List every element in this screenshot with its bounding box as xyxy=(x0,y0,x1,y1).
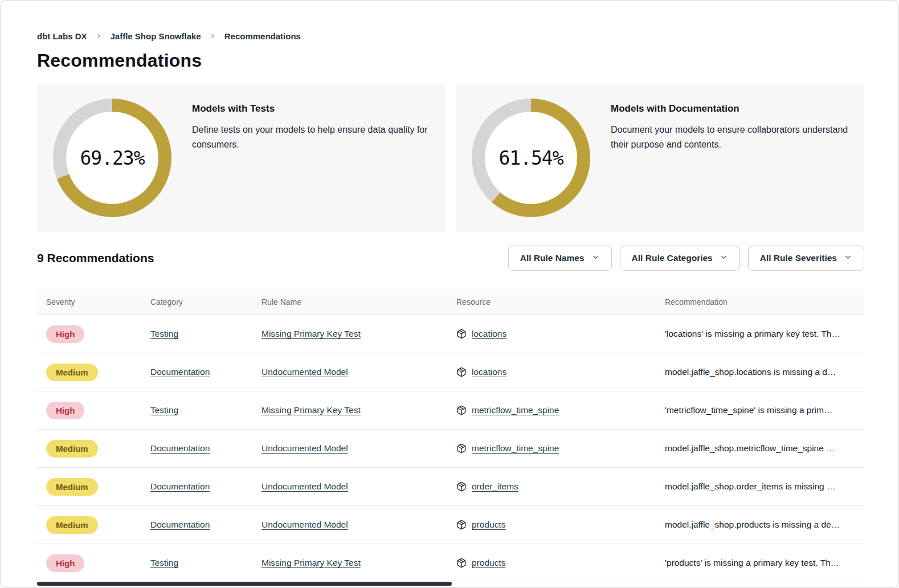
rule-names-filter-dropdown[interactable]: All Rule Names xyxy=(508,246,612,271)
category-link[interactable]: Testing xyxy=(150,329,178,338)
severity-badge: Medium xyxy=(46,516,98,534)
page-title: Recommendations xyxy=(37,50,864,71)
category-link[interactable]: Documentation xyxy=(150,481,210,491)
rule-name-link[interactable]: Missing Primary Key Test xyxy=(261,558,361,567)
card-description: Document your models to ensure collabora… xyxy=(611,122,848,152)
resource-link[interactable]: locations xyxy=(472,367,506,377)
recommendations-page: dbt Labs DX Jaffle Shop Snowflake Recomm… xyxy=(0,0,899,588)
tests-percent-value: 69.23% xyxy=(80,147,144,169)
documentation-percent-value: 61.54% xyxy=(498,147,563,169)
recommendation-text: model.jaffle_shop.products is missing a … xyxy=(656,520,864,530)
table-row: Medium Documentation Undocumented Model … xyxy=(37,430,864,468)
chevron-right-icon xyxy=(95,32,103,40)
rule-name-link[interactable]: Undocumented Model xyxy=(261,367,348,377)
card-title: Models with Documentation xyxy=(611,103,848,115)
recommendation-text: 'products' is missing a primary key test… xyxy=(656,558,864,568)
table-row: High Testing Missing Primary Key Test me… xyxy=(37,391,864,430)
rule-name-link[interactable]: Undocumented Model xyxy=(261,481,348,491)
filter-label: All Rule Names xyxy=(520,253,585,263)
breadcrumb: dbt Labs DX Jaffle Shop Snowflake Recomm… xyxy=(37,31,864,41)
package-icon xyxy=(456,367,467,377)
filter-label: All Rule Categories xyxy=(632,253,713,263)
severity-badge: High xyxy=(46,402,84,419)
resource-link[interactable]: products xyxy=(472,520,505,530)
filter-label: All Rule Severities xyxy=(760,253,837,263)
filter-bar: All Rule Names All Rule Categories All R… xyxy=(508,246,864,271)
package-icon xyxy=(456,405,467,415)
package-icon xyxy=(456,329,467,339)
list-header: 9 Recommendations All Rule Names All Rul… xyxy=(37,246,864,271)
resource-link[interactable]: locations xyxy=(472,329,506,339)
chevron-down-icon xyxy=(591,253,600,264)
category-link[interactable]: Documentation xyxy=(150,367,210,377)
card-title: Models with Tests xyxy=(192,103,430,115)
rule-name-link[interactable]: Undocumented Model xyxy=(261,443,348,453)
category-link[interactable]: Documentation xyxy=(150,443,210,453)
donut-hole: 61.54% xyxy=(485,112,577,204)
column-header-recommendation: Recommendation xyxy=(656,297,864,307)
severity-badge: Medium xyxy=(46,478,98,496)
table-row: Medium Documentation Undocumented Model … xyxy=(37,353,864,391)
table-row: Medium Documentation Undocumented Model … xyxy=(37,468,864,506)
severity-badge: High xyxy=(46,325,84,343)
table-header-row: Severity Category Rule Name Resource Rec… xyxy=(37,289,864,315)
category-link[interactable]: Documentation xyxy=(150,520,210,529)
models-with-tests-card: 69.23% Models with Tests Define tests on… xyxy=(37,84,446,232)
documentation-donut-chart: 61.54% xyxy=(472,99,590,217)
severity-badge: Medium xyxy=(46,440,98,458)
package-icon xyxy=(456,443,467,454)
recommendation-text: 'metricflow_time_spine' is missing a pri… xyxy=(656,405,864,415)
recommendations-table: Severity Category Rule Name Resource Rec… xyxy=(37,289,864,582)
breadcrumb-item-dbt-labs-dx[interactable]: dbt Labs DX xyxy=(37,31,87,41)
rule-categories-filter-dropdown[interactable]: All Rule Categories xyxy=(620,246,740,271)
category-link[interactable]: Testing xyxy=(150,558,178,567)
breadcrumb-item-jaffle-shop-snowflake[interactable]: Jaffle Shop Snowflake xyxy=(111,31,201,41)
package-icon xyxy=(456,520,467,530)
donut-hole: 69.23% xyxy=(66,112,158,204)
tests-donut-chart: 69.23% xyxy=(53,99,171,217)
chevron-down-icon xyxy=(844,253,852,264)
recommendation-text: model.jaffle_shop.order_items is missing… xyxy=(656,481,864,492)
card-description: Define tests on your models to help ensu… xyxy=(192,122,430,152)
rule-name-link[interactable]: Missing Primary Key Test xyxy=(261,329,361,338)
recommendation-text: model.jaffle_shop.metricflow_time_spine … xyxy=(656,443,864,454)
package-icon xyxy=(456,558,467,568)
table-row: Medium Documentation Undocumented Model … xyxy=(37,506,864,544)
column-header-resource: Resource xyxy=(447,297,656,307)
resource-link[interactable]: metricflow_time_spine xyxy=(472,443,559,454)
resource-link[interactable]: order_items xyxy=(472,481,518,492)
column-header-category: Category xyxy=(141,297,252,307)
package-icon xyxy=(456,481,467,492)
breadcrumb-item-recommendations: Recommendations xyxy=(224,31,301,41)
table-row: High Testing Missing Primary Key Test lo… xyxy=(37,315,864,353)
severity-badge: Medium xyxy=(46,364,98,381)
column-header-severity: Severity xyxy=(37,297,141,307)
rule-name-link[interactable]: Missing Primary Key Test xyxy=(261,405,361,415)
rule-name-link[interactable]: Undocumented Model xyxy=(261,520,348,529)
metric-cards: 69.23% Models with Tests Define tests on… xyxy=(37,84,864,232)
severity-badge: High xyxy=(46,554,84,572)
column-header-rule-name: Rule Name xyxy=(252,297,447,307)
resource-link[interactable]: metricflow_time_spine xyxy=(472,405,559,415)
chevron-down-icon xyxy=(720,253,728,264)
horizontal-scrollbar-thumb[interactable] xyxy=(37,582,452,586)
resource-link[interactable]: products xyxy=(472,558,505,568)
category-link[interactable]: Testing xyxy=(150,405,178,415)
recommendation-text: 'locations' is missing a primary key tes… xyxy=(656,329,864,339)
recommendations-count: 9 Recommendations xyxy=(37,251,154,265)
table-row: High Testing Missing Primary Key Test pr… xyxy=(37,544,864,582)
chevron-right-icon xyxy=(209,32,216,40)
models-with-documentation-card: 61.54% Models with Documentation Documen… xyxy=(456,84,864,232)
recommendation-text: model.jaffle_shop.locations is missing a… xyxy=(656,367,864,377)
rule-severities-filter-dropdown[interactable]: All Rule Severities xyxy=(748,246,864,271)
